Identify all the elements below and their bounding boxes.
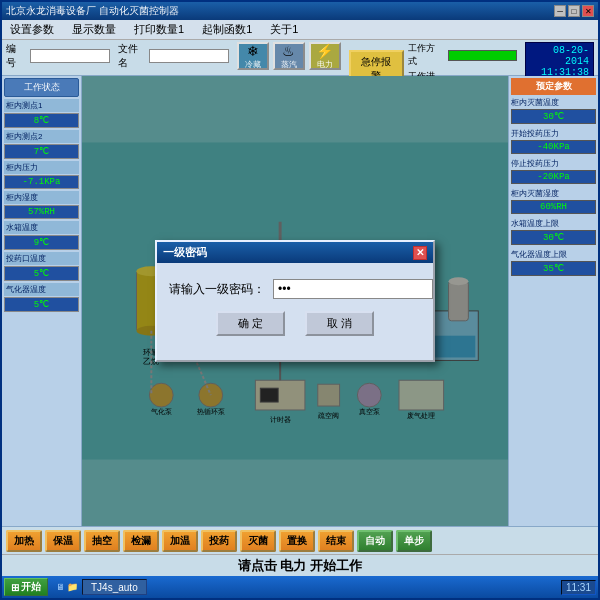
dialog-title-text: 一级密码: [163, 245, 207, 260]
bh-input[interactable]: [30, 49, 110, 63]
sensor-7: 气化器温度 5℃: [4, 283, 79, 312]
sensor-6-value: 5℃: [4, 266, 79, 281]
dialog-password-input[interactable]: [273, 279, 433, 299]
sterilize-button[interactable]: 灭菌: [240, 530, 276, 552]
steam-button[interactable]: ♨ 蒸汽: [273, 42, 305, 70]
param-4-value: 60%RH: [511, 200, 596, 214]
password-dialog: 一级密码 ✕ 请输入一级密码： 确 定 取 消: [155, 240, 435, 362]
dialog-body: 请输入一级密码： 确 定 取 消: [157, 263, 433, 360]
param-2: 开始投药压力 -40KPa: [511, 128, 596, 154]
work-status-button[interactable]: 工作状态: [4, 78, 79, 97]
dialog-confirm-button[interactable]: 确 定: [216, 311, 285, 336]
wjm-input[interactable]: [149, 49, 229, 63]
insulate-button[interactable]: 保温: [45, 530, 81, 552]
left-panel: 工作状态 柜内测点1 8℃ 柜内测点2 7℃ 柜内压力 -7.1KPa 柜内湿度…: [2, 76, 82, 526]
sensor-1-label: 柜内测点1: [4, 99, 79, 112]
window-title: 北京永龙消毒设备厂 自动化灭菌控制器: [6, 4, 179, 18]
leak-button[interactable]: 检漏: [123, 530, 159, 552]
dialog-title-bar: 一级密码 ✕: [157, 242, 433, 263]
replace-button[interactable]: 置换: [279, 530, 315, 552]
main-content: 工作状态 柜内测点1 8℃ 柜内测点2 7℃ 柜内压力 -7.1KPa 柜内湿度…: [2, 76, 598, 526]
dialog-cancel-button[interactable]: 取 消: [305, 311, 374, 336]
info-bar: 编 号 文件名 ❄ 冷藏 ♨ 蒸汽 ⚡ 电力: [2, 40, 598, 76]
sensor-2-label: 柜内测点2: [4, 130, 79, 143]
start-label: 开始: [21, 580, 41, 594]
param-5-value: 30℃: [511, 230, 596, 245]
sensor-4-label: 柜内湿度: [4, 191, 79, 204]
bottom-controls: 加热 保温 抽空 检漏 加温 投药 灭菌 置换 结束 自动 单步: [2, 526, 598, 554]
taskbar-time: 11:31: [566, 582, 591, 593]
taskbar-icon-1: 🖥: [56, 582, 65, 592]
power-label: 电力: [317, 59, 333, 70]
end-button[interactable]: 结束: [318, 530, 354, 552]
bh-field: 编 号: [6, 42, 110, 70]
param-3-value: -20KPa: [511, 170, 596, 184]
param-4-label: 柜内灭菌湿度: [511, 188, 596, 199]
param-5-label: 水箱温度上限: [511, 218, 596, 229]
sensor-5: 水箱温度 9℃: [4, 221, 79, 250]
auto-button[interactable]: 自动: [357, 530, 393, 552]
taskbar-clock: 11:31: [561, 580, 596, 595]
wjm-label: 文件名: [118, 42, 147, 70]
cold-icon: ❄: [247, 43, 259, 59]
step-button[interactable]: 单步: [396, 530, 432, 552]
power-button[interactable]: ⚡ 电力: [309, 42, 341, 70]
sensor-3-value: -7.1KPa: [4, 175, 79, 189]
param-6-label: 气化器温度上限: [511, 249, 596, 260]
right-panel: 预定参数 柜内灭菌温度 30℃ 开始投药压力 -40KPa 停止投药压力 -20…: [508, 76, 598, 526]
sensor-6: 投药口温度 5℃: [4, 252, 79, 281]
sensor-2: 柜内测点2 7℃: [4, 130, 79, 159]
sensor-2-value: 7℃: [4, 144, 79, 159]
param-2-label: 开始投药压力: [511, 128, 596, 139]
cold-button[interactable]: ❄ 冷藏: [237, 42, 269, 70]
param-header: 预定参数: [511, 78, 596, 95]
sensor-3-label: 柜内压力: [4, 161, 79, 174]
work-mode-label: 工作方式: [408, 42, 444, 68]
sensor-5-value: 9℃: [4, 235, 79, 250]
process-diagram: 环氧 乙烷 柜 灭菌柜 气化泵: [82, 76, 508, 526]
dose-button[interactable]: 投药: [201, 530, 237, 552]
close-button[interactable]: ✕: [582, 5, 594, 17]
sensor-4: 柜内湿度 57%RH: [4, 191, 79, 219]
param-6-value: 35℃: [511, 261, 596, 276]
content-wrapper: 编 号 文件名 ❄ 冷藏 ♨ 蒸汽 ⚡ 电力: [2, 40, 598, 576]
sensor-7-label: 气化器温度: [4, 283, 79, 296]
title-bar: 北京永龙消毒设备厂 自动化灭菌控制器 ─ □ ✕: [2, 2, 598, 20]
main-window: 北京永龙消毒设备厂 自动化灭菌控制器 ─ □ ✕ 设置参数 显示数量 打印数量1…: [0, 0, 600, 600]
menu-control[interactable]: 起制函数1: [198, 22, 256, 37]
menu-settings[interactable]: 设置参数: [6, 22, 58, 37]
param-1-label: 柜内灭菌温度: [511, 97, 596, 108]
sensor-4-value: 57%RH: [4, 205, 79, 219]
param-5: 水箱温度上限 30℃: [511, 218, 596, 245]
menu-print[interactable]: 打印数量1: [130, 22, 188, 37]
steam-icon: ♨: [282, 43, 295, 59]
sensor-1: 柜内测点1 8℃: [4, 99, 79, 128]
menu-about[interactable]: 关于1: [266, 22, 302, 37]
heat-button[interactable]: 加热: [6, 530, 42, 552]
taskbar-icon-2: 📁: [67, 582, 78, 592]
dialog-close-button[interactable]: ✕: [413, 246, 427, 260]
start-button[interactable]: ⊞ 开始: [4, 578, 48, 596]
start-icon: ⊞: [11, 582, 19, 593]
dialog-input-row: 请输入一级密码：: [169, 279, 421, 299]
bh-label: 编 号: [6, 42, 28, 70]
status-text: 请点击 电力 开始工作: [238, 557, 362, 575]
param-4: 柜内灭菌湿度 60%RH: [511, 188, 596, 214]
param-6: 气化器温度上限 35℃: [511, 249, 596, 276]
dialog-overlay: 一级密码 ✕ 请输入一级密码： 确 定 取 消: [82, 76, 508, 526]
menu-display[interactable]: 显示数量: [68, 22, 120, 37]
pump-button[interactable]: 抽空: [84, 530, 120, 552]
dialog-buttons: 确 定 取 消: [169, 311, 421, 344]
minimize-button[interactable]: ─: [554, 5, 566, 17]
sensor-3: 柜内压力 -7.1KPa: [4, 161, 79, 189]
cold-label: 冷藏: [245, 59, 261, 70]
param-2-value: -40KPa: [511, 140, 596, 154]
param-3-label: 停止投药压力: [511, 158, 596, 169]
dialog-prompt: 请输入一级密码：: [169, 281, 265, 298]
power-icon: ⚡: [316, 43, 333, 59]
maximize-button[interactable]: □: [568, 5, 580, 17]
warm-button[interactable]: 加温: [162, 530, 198, 552]
taskbar-task-item[interactable]: TJ4s_auto: [82, 579, 147, 595]
menu-bar: 设置参数 显示数量 打印数量1 起制函数1 关于1: [2, 20, 598, 40]
param-1: 柜内灭菌温度 30℃: [511, 97, 596, 124]
